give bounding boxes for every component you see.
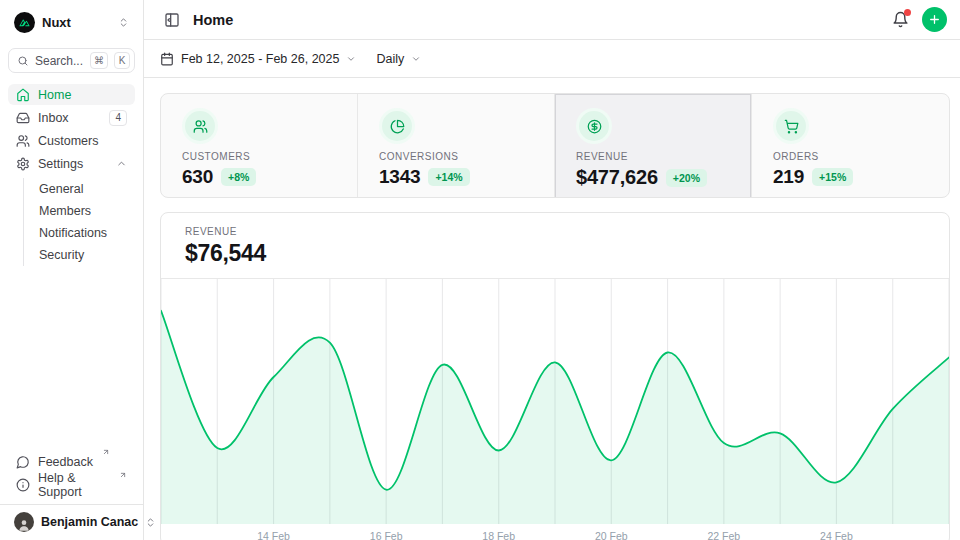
sidebar-item-label: Settings bbox=[38, 157, 83, 171]
x-axis-tick-label: 18 Feb bbox=[482, 530, 515, 540]
period-label: Daily bbox=[376, 52, 404, 66]
stat-label: CUSTOMERS bbox=[182, 151, 336, 162]
chevrons-up-down-icon bbox=[118, 17, 129, 28]
sidebar-item-settings[interactable]: Settings bbox=[8, 153, 135, 174]
header-actions bbox=[892, 7, 947, 32]
user-avatar bbox=[14, 512, 34, 532]
search-icon bbox=[17, 55, 29, 67]
sidebar-footer: Feedback Help & Support bbox=[8, 451, 135, 504]
help-support-link[interactable]: Help & Support bbox=[8, 474, 135, 495]
inbox-count-badge: 4 bbox=[109, 110, 127, 126]
stats-row: CUSTOMERS 630 +8% CONVERSIONS 1343 +14% bbox=[160, 93, 950, 198]
stat-card-orders[interactable]: ORDERS 219 +15% bbox=[752, 94, 949, 198]
x-axis-tick-label: 20 Feb bbox=[595, 530, 628, 540]
kbd-k: K bbox=[114, 52, 130, 69]
stat-label: REVENUE bbox=[576, 151, 730, 162]
subitem-label: General bbox=[39, 182, 83, 196]
plus-icon bbox=[928, 13, 941, 26]
workspace-switcher[interactable]: Nuxt bbox=[8, 9, 135, 35]
chart-title: REVENUE bbox=[185, 226, 925, 237]
settings-subitems: General Members Notifications Security bbox=[23, 178, 135, 266]
nuxt-logo-icon bbox=[14, 12, 35, 33]
sidebar-item-label: Inbox bbox=[38, 111, 69, 125]
x-axis-tick-label: 16 Feb bbox=[370, 530, 403, 540]
stat-value: 630 bbox=[182, 166, 213, 188]
x-axis-tick-label: 24 Feb bbox=[820, 530, 853, 540]
inbox-icon bbox=[16, 111, 30, 125]
x-axis-tick-label: 22 Feb bbox=[707, 530, 740, 540]
subitem-label: Members bbox=[39, 204, 91, 218]
sidebar-item-label: Customers bbox=[38, 134, 98, 148]
shopping-cart-icon bbox=[776, 111, 806, 141]
x-axis-tick-label: 14 Feb bbox=[257, 530, 290, 540]
chart-total-value: $76,544 bbox=[185, 240, 925, 267]
stat-delta-badge: +20% bbox=[666, 169, 707, 187]
stat-card-conversions[interactable]: CONVERSIONS 1343 +14% bbox=[358, 94, 555, 198]
calendar-icon bbox=[160, 52, 174, 66]
stat-label: ORDERS bbox=[773, 151, 928, 162]
arrow-up-right-icon bbox=[119, 471, 127, 479]
sidebar-item-home[interactable]: Home bbox=[8, 84, 135, 105]
page-header: Home bbox=[144, 0, 960, 40]
sidebar-item-customers[interactable]: Customers bbox=[8, 130, 135, 151]
chevron-down-icon bbox=[346, 54, 356, 64]
date-range-picker[interactable]: Feb 12, 2025 - Feb 26, 2025 bbox=[160, 52, 356, 66]
pie-chart-icon bbox=[382, 111, 412, 141]
stat-delta-badge: +14% bbox=[428, 168, 469, 186]
panel-left-icon bbox=[164, 12, 180, 28]
add-button[interactable] bbox=[922, 7, 947, 32]
users-icon bbox=[16, 134, 30, 148]
home-icon bbox=[16, 88, 30, 102]
workspace-name: Nuxt bbox=[42, 15, 111, 30]
chart-header: REVENUE $76,544 bbox=[161, 213, 949, 279]
revenue-chart-card: REVENUE $76,544 14 Feb16 Feb18 Feb20 Feb… bbox=[160, 212, 950, 540]
subitem-label: Security bbox=[39, 248, 84, 262]
stat-value: $477,626 bbox=[576, 166, 658, 189]
info-circle-icon bbox=[16, 478, 30, 492]
stat-card-customers[interactable]: CUSTOMERS 630 +8% bbox=[161, 94, 358, 198]
sidebar-subitem-notifications[interactable]: Notifications bbox=[24, 222, 135, 244]
date-range-label: Feb 12, 2025 - Feb 26, 2025 bbox=[181, 52, 339, 66]
gear-icon bbox=[16, 157, 30, 171]
footer-item-label: Help & Support bbox=[38, 471, 110, 499]
stat-delta-badge: +8% bbox=[221, 168, 256, 186]
chart-canvas[interactable] bbox=[161, 279, 949, 524]
notifications-button[interactable] bbox=[892, 11, 909, 28]
dashboard-content: CUSTOMERS 630 +8% CONVERSIONS 1343 +14% bbox=[144, 78, 960, 540]
sidebar-subitem-security[interactable]: Security bbox=[24, 244, 135, 266]
x-axis: 14 Feb16 Feb18 Feb20 Feb22 Feb24 Feb bbox=[161, 524, 949, 540]
period-select[interactable]: Daily bbox=[376, 52, 421, 66]
collapse-sidebar-button[interactable] bbox=[160, 8, 184, 32]
user-name: Benjamin Canac bbox=[41, 515, 138, 529]
kbd-cmd: ⌘ bbox=[90, 52, 108, 69]
chevron-down-icon bbox=[411, 54, 421, 64]
chevron-up-icon bbox=[116, 158, 127, 169]
sidebar-item-inbox[interactable]: Inbox 4 bbox=[8, 107, 135, 128]
stat-delta-badge: +15% bbox=[812, 168, 853, 186]
filters-toolbar: Feb 12, 2025 - Feb 26, 2025 Daily bbox=[144, 40, 960, 78]
page-title: Home bbox=[193, 12, 233, 28]
arrow-up-right-icon bbox=[102, 448, 110, 456]
search-input[interactable]: Search... ⌘ K bbox=[8, 48, 135, 73]
users-icon bbox=[185, 111, 215, 141]
search-placeholder: Search... bbox=[35, 54, 84, 68]
stat-value: 1343 bbox=[379, 166, 420, 188]
main-panel: Home Feb 12, 2025 - Feb 26, 2025 bbox=[144, 0, 960, 540]
stat-card-revenue[interactable]: REVENUE $477,626 +20% bbox=[555, 94, 752, 198]
stat-value: 219 bbox=[773, 166, 804, 188]
notification-dot bbox=[904, 9, 911, 16]
user-menu[interactable]: Benjamin Canac bbox=[0, 504, 143, 540]
footer-item-label: Feedback bbox=[38, 455, 93, 469]
sidebar-item-label: Home bbox=[38, 88, 71, 102]
revenue-area-chart[interactable] bbox=[161, 279, 949, 524]
sidebar-subitem-general[interactable]: General bbox=[24, 178, 135, 200]
sidebar: Nuxt Search... ⌘ K Home bbox=[0, 0, 144, 540]
circle-dollar-icon bbox=[579, 111, 609, 141]
dashboard-app: Nuxt Search... ⌘ K Home bbox=[0, 0, 960, 540]
stat-label: CONVERSIONS bbox=[379, 151, 533, 162]
sidebar-nav: Home Inbox 4 Customers Sett bbox=[8, 84, 135, 266]
subitem-label: Notifications bbox=[39, 226, 107, 240]
feedback-link[interactable]: Feedback bbox=[8, 451, 135, 472]
message-circle-icon bbox=[16, 455, 30, 469]
sidebar-subitem-members[interactable]: Members bbox=[24, 200, 135, 222]
